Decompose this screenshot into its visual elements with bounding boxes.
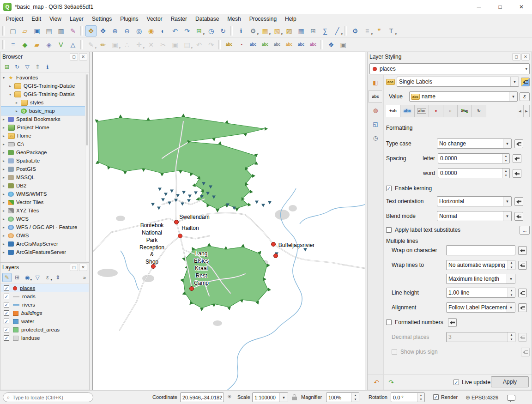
locate-input[interactable] <box>12 394 87 401</box>
spin-down-icon[interactable]: ▾ <box>417 398 424 402</box>
browser-tree-item[interactable]: ▸ styles <box>1 98 85 107</box>
redo-button[interactable]: ↷ <box>206 39 217 50</box>
delete-selected-button[interactable]: ✕ <box>145 39 157 50</box>
maximize-button[interactable]: □ <box>490 0 511 14</box>
expand-arrow-icon[interactable]: ▸ <box>16 109 21 113</box>
browser-tree-item[interactable]: ▸ Project Home <box>1 123 85 132</box>
toolbar-handle[interactable] <box>2 26 5 36</box>
browser-scrollbar[interactable] <box>85 73 89 261</box>
browser-tree-item[interactable]: ▸ WMS/WMTS <box>1 190 85 198</box>
data-source-manager-button[interactable]: ≡ <box>7 39 18 50</box>
tab-mask[interactable]: ● <box>429 105 443 117</box>
label-mode-select[interactable]: Single Labels ▾ <box>397 77 519 87</box>
spin-down-icon[interactable]: ▾ <box>502 158 509 163</box>
show-hide-labels-button[interactable]: abc <box>272 39 283 50</box>
messages-icon[interactable] <box>507 395 515 401</box>
browser-tree-item[interactable]: ▸ C:\ <box>1 140 85 148</box>
browser-tree-item[interactable]: ▸ ArcGisFeatureServer <box>1 248 85 256</box>
toggle-editing-button[interactable]: ✏ <box>97 39 109 50</box>
pin-unpin-labels-button[interactable]: abc <box>260 39 271 50</box>
expand-collapse-button[interactable]: ⇕ <box>53 273 62 282</box>
add-group-button[interactable]: ⊞ <box>12 273 22 282</box>
project-new-button[interactable]: ▢ <box>7 25 18 36</box>
menu-item[interactable]: Project <box>2 14 27 24</box>
data-defined-override-button[interactable] <box>514 212 523 221</box>
live-update-checkbox[interactable] <box>453 380 459 385</box>
browser-tree-item[interactable]: ▾ QGIS-Training-Data\s <box>1 90 85 98</box>
scrollbar-thumb[interactable] <box>86 74 88 145</box>
data-defined-override-button[interactable] <box>518 303 527 312</box>
expand-arrow-icon[interactable]: ▸ <box>3 175 8 180</box>
layer-item[interactable]: rivers <box>1 301 89 309</box>
enable-kerning-checkbox[interactable] <box>386 186 392 191</box>
temporal-controller-button[interactable]: ◷ <box>206 25 217 36</box>
new-virtual-layer-button[interactable]: V <box>55 39 66 50</box>
filter-legend-button[interactable]: ▽ <box>33 273 42 282</box>
layer-visibility-checkbox[interactable] <box>4 285 9 291</box>
refresh-map-button[interactable]: ↻ <box>218 25 229 36</box>
filter-browser-button[interactable]: ▽ <box>23 62 32 72</box>
spin-up-icon[interactable]: ▴ <box>417 393 424 398</box>
new-mesh-layer-button[interactable]: △ <box>67 39 79 50</box>
browser-tree-item[interactable]: ▸ WCS <box>1 215 85 223</box>
change-label-button[interactable]: abc <box>308 39 319 50</box>
undo-style-button[interactable]: ↶ <box>369 377 383 388</box>
labels-tab[interactable]: abc <box>369 90 382 103</box>
decimal-places-spinner[interactable]: 3 ▴▾ <box>446 332 515 342</box>
styling-layer-selector[interactable]: places ▾ <box>369 63 530 74</box>
layer-item[interactable]: water <box>1 317 89 326</box>
rotate-label-button[interactable]: abc <box>296 39 307 50</box>
render-checkbox[interactable] <box>433 394 439 400</box>
menu-item[interactable]: Database <box>191 14 223 24</box>
browser-tree-item[interactable]: ▸ WFS / OGC API - Feature <box>1 223 85 231</box>
close-panel-icon[interactable]: ✕ <box>79 53 87 60</box>
menu-item[interactable]: Raster <box>167 14 191 24</box>
expand-arrow-icon[interactable]: ▸ <box>3 142 8 146</box>
mask-tab[interactable]: ◍ <box>369 104 382 117</box>
locate-box[interactable]: ⌕ <box>3 392 93 402</box>
tab-buffer[interactable]: abc <box>400 105 415 117</box>
layer-visibility-checkbox[interactable] <box>4 335 9 341</box>
extents-toggle-icon[interactable]: ✳ <box>227 394 231 400</box>
zoom-to-layer-button[interactable]: ◐ <box>157 25 169 36</box>
new-spatialite-layer-button[interactable]: ◈ <box>43 39 54 50</box>
run-feature-action-button[interactable]: ⚙▾ <box>248 25 259 36</box>
toolbar-handle[interactable] <box>80 40 83 49</box>
map-canvas[interactable]: SwellendamRailtonBontebokNationalParkRec… <box>92 52 365 391</box>
expand-arrow-icon[interactable]: ▸ <box>3 126 8 130</box>
close-button[interactable]: ✕ <box>511 0 532 14</box>
letter-spacing-spinner[interactable]: 0.0000 ▴▾ <box>438 153 510 163</box>
open-attribute-table-button[interactable]: ▦ <box>296 25 307 36</box>
expand-arrow-icon[interactable]: ▸ <box>3 217 8 221</box>
plus-sign-checkbox[interactable] <box>392 349 397 355</box>
filter-by-expression-button[interactable]: ε▾ <box>43 273 52 282</box>
redo-style-button[interactable]: ↷ <box>384 377 398 388</box>
menu-item[interactable]: Layer <box>66 14 88 24</box>
expand-arrow-icon[interactable]: ▸ <box>3 250 8 254</box>
toolbar-handle[interactable] <box>2 40 5 49</box>
select-features-button[interactable]: ▦▾ <box>260 25 271 36</box>
tab-background[interactable]: abc <box>415 105 429 117</box>
expand-arrow-icon[interactable]: ▸ <box>3 192 8 196</box>
spin-up-icon[interactable]: ▴ <box>502 169 509 173</box>
coordinate-input[interactable]: 20.5946,-34.0182 <box>180 392 224 402</box>
data-defined-override-button[interactable] <box>513 169 521 178</box>
map-tips-button[interactable]: ❞ <box>374 25 385 36</box>
layer-item[interactable]: roads <box>1 292 89 301</box>
menu-item[interactable]: Mesh <box>223 14 245 24</box>
wrap-char-input[interactable] <box>446 245 515 255</box>
field-calculator-button[interactable]: ⊞ <box>308 25 319 36</box>
browser-tree-item[interactable]: ▸ PostGIS <box>1 165 85 173</box>
wrap-lines-spinner[interactable]: No automatic wrapping ▴▾ <box>446 260 515 270</box>
layer-visibility-checkbox[interactable] <box>4 319 9 324</box>
cut-features-button[interactable]: ✂ <box>157 39 169 50</box>
substitutes-edit-button[interactable]: ... <box>520 226 530 235</box>
current-edits-button[interactable]: ✎▾ <box>85 39 97 50</box>
float-panel-icon[interactable]: ◻ <box>512 53 520 60</box>
browser-tree-item[interactable]: ▸ Spatial Bookmarks <box>1 115 85 123</box>
expression-builder-button[interactable]: ε <box>520 92 530 101</box>
expand-arrow-icon[interactable]: ▸ <box>3 184 8 188</box>
expand-arrow-icon[interactable]: ▾ <box>3 76 8 80</box>
layer-item[interactable]: landuse <box>1 334 89 342</box>
plugin-icon-2[interactable]: ▣ <box>338 39 349 50</box>
